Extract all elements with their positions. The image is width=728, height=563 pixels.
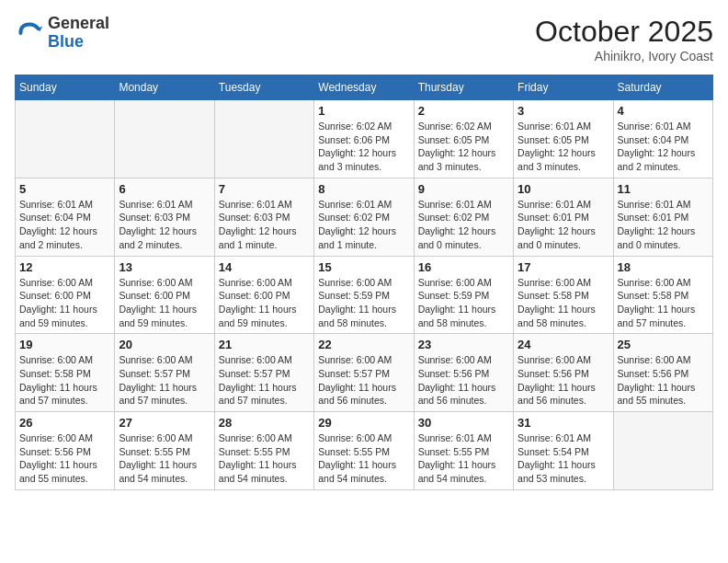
day-info: Sunrise: 6:00 AM Sunset: 5:56 PM Dayligh… xyxy=(618,353,709,408)
calendar-cell xyxy=(115,100,214,178)
logo: General Blue xyxy=(15,15,109,52)
week-row-2: 5Sunrise: 6:01 AM Sunset: 6:04 PM Daylig… xyxy=(16,178,713,256)
day-info: Sunrise: 6:00 AM Sunset: 5:59 PM Dayligh… xyxy=(318,276,409,330)
calendar-cell: 7Sunrise: 6:01 AM Sunset: 6:03 PM Daylig… xyxy=(214,178,313,256)
day-number: 26 xyxy=(19,416,110,430)
calendar-cell: 20Sunrise: 6:00 AM Sunset: 5:57 PM Dayli… xyxy=(115,334,214,412)
weekday-friday: Friday xyxy=(514,75,613,100)
day-number: 17 xyxy=(518,260,609,274)
calendar-cell: 28Sunrise: 6:00 AM Sunset: 5:55 PM Dayli… xyxy=(214,412,313,490)
calendar-cell: 4Sunrise: 6:01 AM Sunset: 6:04 PM Daylig… xyxy=(613,100,712,178)
week-row-1: 1Sunrise: 6:02 AM Sunset: 6:06 PM Daylig… xyxy=(16,100,713,178)
calendar-cell: 18Sunrise: 6:00 AM Sunset: 5:58 PM Dayli… xyxy=(613,256,712,334)
day-number: 21 xyxy=(219,338,310,351)
day-number: 19 xyxy=(19,338,110,351)
day-number: 24 xyxy=(518,338,609,351)
page-header: General Blue October 2025 Ahinikro, Ivor… xyxy=(15,15,713,63)
day-number: 30 xyxy=(418,416,509,430)
day-info: Sunrise: 6:00 AM Sunset: 5:58 PM Dayligh… xyxy=(19,353,110,408)
weekday-monday: Monday xyxy=(115,75,214,100)
calendar-cell: 2Sunrise: 6:02 AM Sunset: 6:05 PM Daylig… xyxy=(414,100,513,178)
day-info: Sunrise: 6:00 AM Sunset: 6:00 PM Dayligh… xyxy=(19,276,110,330)
calendar-cell: 1Sunrise: 6:02 AM Sunset: 6:06 PM Daylig… xyxy=(314,100,414,178)
weekday-header-row: SundayMondayTuesdayWednesdayThursdayFrid… xyxy=(16,75,713,100)
day-number: 31 xyxy=(518,416,609,430)
day-number: 18 xyxy=(618,260,709,274)
day-info: Sunrise: 6:02 AM Sunset: 6:05 PM Dayligh… xyxy=(418,120,509,174)
weekday-saturday: Saturday xyxy=(613,75,712,100)
logo-text: General Blue xyxy=(48,15,109,52)
day-info: Sunrise: 6:01 AM Sunset: 5:55 PM Dayligh… xyxy=(418,431,509,486)
day-number: 3 xyxy=(518,104,609,118)
day-info: Sunrise: 6:00 AM Sunset: 5:58 PM Dayligh… xyxy=(518,276,609,330)
day-info: Sunrise: 6:00 AM Sunset: 5:57 PM Dayligh… xyxy=(119,353,210,408)
weekday-wednesday: Wednesday xyxy=(314,75,414,100)
calendar-cell: 16Sunrise: 6:00 AM Sunset: 5:59 PM Dayli… xyxy=(414,256,513,334)
day-number: 9 xyxy=(418,182,509,196)
day-info: Sunrise: 6:00 AM Sunset: 5:57 PM Dayligh… xyxy=(219,353,310,408)
day-number: 28 xyxy=(219,416,310,430)
day-number: 4 xyxy=(618,104,709,118)
calendar-cell xyxy=(16,100,115,178)
day-number: 25 xyxy=(618,338,709,351)
calendar-cell: 21Sunrise: 6:00 AM Sunset: 5:57 PM Dayli… xyxy=(214,334,313,412)
day-number: 2 xyxy=(418,104,509,118)
calendar-cell: 15Sunrise: 6:00 AM Sunset: 5:59 PM Dayli… xyxy=(314,256,414,334)
day-info: Sunrise: 6:01 AM Sunset: 6:01 PM Dayligh… xyxy=(618,198,709,252)
calendar-cell: 30Sunrise: 6:01 AM Sunset: 5:55 PM Dayli… xyxy=(414,412,513,490)
day-number: 14 xyxy=(219,260,310,274)
day-info: Sunrise: 6:00 AM Sunset: 5:57 PM Dayligh… xyxy=(318,353,409,408)
day-info: Sunrise: 6:01 AM Sunset: 6:04 PM Dayligh… xyxy=(19,198,110,252)
day-number: 15 xyxy=(318,260,409,274)
calendar-cell: 10Sunrise: 6:01 AM Sunset: 6:01 PM Dayli… xyxy=(514,178,613,256)
calendar-cell: 6Sunrise: 6:01 AM Sunset: 6:03 PM Daylig… xyxy=(115,178,214,256)
calendar-cell: 25Sunrise: 6:00 AM Sunset: 5:56 PM Dayli… xyxy=(613,334,712,412)
day-info: Sunrise: 6:00 AM Sunset: 5:56 PM Dayligh… xyxy=(19,431,110,486)
day-info: Sunrise: 6:01 AM Sunset: 6:05 PM Dayligh… xyxy=(518,120,609,174)
day-number: 22 xyxy=(318,338,409,351)
title-block: October 2025 Ahinikro, Ivory Coast xyxy=(535,15,713,63)
calendar-cell: 23Sunrise: 6:00 AM Sunset: 5:56 PM Dayli… xyxy=(414,334,513,412)
calendar-cell: 31Sunrise: 6:01 AM Sunset: 5:54 PM Dayli… xyxy=(514,412,613,490)
weekday-tuesday: Tuesday xyxy=(214,75,313,100)
day-number: 10 xyxy=(518,182,609,196)
day-number: 29 xyxy=(318,416,409,430)
day-info: Sunrise: 6:00 AM Sunset: 5:56 PM Dayligh… xyxy=(418,353,509,408)
calendar-cell: 24Sunrise: 6:00 AM Sunset: 5:56 PM Dayli… xyxy=(514,334,613,412)
day-number: 1 xyxy=(318,104,409,118)
day-info: Sunrise: 6:01 AM Sunset: 5:54 PM Dayligh… xyxy=(518,431,609,486)
calendar-cell: 27Sunrise: 6:00 AM Sunset: 5:55 PM Dayli… xyxy=(115,412,214,490)
calendar-cell: 9Sunrise: 6:01 AM Sunset: 6:02 PM Daylig… xyxy=(414,178,513,256)
calendar-cell: 19Sunrise: 6:00 AM Sunset: 5:58 PM Dayli… xyxy=(16,334,115,412)
day-info: Sunrise: 6:00 AM Sunset: 5:56 PM Dayligh… xyxy=(518,353,609,408)
logo-icon xyxy=(15,18,44,48)
week-row-3: 12Sunrise: 6:00 AM Sunset: 6:00 PM Dayli… xyxy=(16,256,713,334)
day-number: 12 xyxy=(19,260,110,274)
calendar-cell: 5Sunrise: 6:01 AM Sunset: 6:04 PM Daylig… xyxy=(16,178,115,256)
day-info: Sunrise: 6:00 AM Sunset: 5:55 PM Dayligh… xyxy=(219,431,310,486)
calendar-cell: 22Sunrise: 6:00 AM Sunset: 5:57 PM Dayli… xyxy=(314,334,414,412)
day-info: Sunrise: 6:00 AM Sunset: 5:58 PM Dayligh… xyxy=(618,276,709,330)
calendar-cell: 8Sunrise: 6:01 AM Sunset: 6:02 PM Daylig… xyxy=(314,178,414,256)
location: Ahinikro, Ivory Coast xyxy=(535,49,713,63)
calendar-cell: 12Sunrise: 6:00 AM Sunset: 6:00 PM Dayli… xyxy=(16,256,115,334)
weekday-sunday: Sunday xyxy=(16,75,115,100)
day-info: Sunrise: 6:01 AM Sunset: 6:02 PM Dayligh… xyxy=(418,198,509,252)
day-info: Sunrise: 6:00 AM Sunset: 6:00 PM Dayligh… xyxy=(219,276,310,330)
month-year: October 2025 xyxy=(535,15,713,49)
day-number: 11 xyxy=(618,182,709,196)
calendar-cell: 13Sunrise: 6:00 AM Sunset: 6:00 PM Dayli… xyxy=(115,256,214,334)
day-number: 5 xyxy=(19,182,110,196)
day-number: 16 xyxy=(418,260,509,274)
day-number: 6 xyxy=(119,182,210,196)
day-number: 23 xyxy=(418,338,509,351)
day-number: 7 xyxy=(219,182,310,196)
day-number: 8 xyxy=(318,182,409,196)
day-info: Sunrise: 6:01 AM Sunset: 6:01 PM Dayligh… xyxy=(518,198,609,252)
day-number: 20 xyxy=(119,338,210,351)
calendar-cell xyxy=(214,100,313,178)
calendar-table: SundayMondayTuesdayWednesdayThursdayFrid… xyxy=(15,75,713,490)
day-info: Sunrise: 6:01 AM Sunset: 6:04 PM Dayligh… xyxy=(618,120,709,174)
calendar-body: 1Sunrise: 6:02 AM Sunset: 6:06 PM Daylig… xyxy=(16,100,713,490)
day-number: 27 xyxy=(119,416,210,430)
